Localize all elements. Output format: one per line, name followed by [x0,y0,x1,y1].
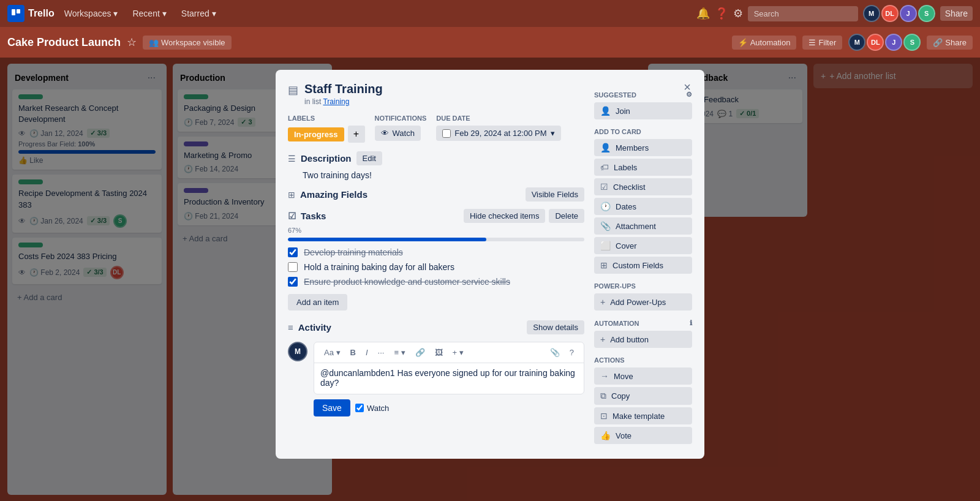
in-progress-badge[interactable]: In-progress [288,127,344,141]
settings-icon[interactable]: ⚙ [733,7,743,20]
bold-button[interactable]: B [347,346,360,359]
task-progress-bar [288,238,584,241]
board-star-icon[interactable]: ☆ [127,36,137,49]
amazing-fields-icon: ⊞ [288,190,295,200]
editor-actions: Save Watch [314,399,584,416]
members-button[interactable]: 👤 Members [594,139,692,156]
avatar-s[interactable]: S [918,5,935,22]
search-input[interactable] [748,6,858,21]
watch-checkbox[interactable] [355,404,364,412]
insert-button[interactable]: + ▾ [449,346,467,359]
add-button-icon: + [600,334,605,344]
top-nav: Trello Workspaces ▾ Recent ▾ Starred ▾ 🔔… [0,0,980,27]
modal-list-link[interactable]: Training [323,97,349,106]
avatar-dl[interactable]: DL [881,5,899,22]
starred-button[interactable]: Starred ▾ [176,6,221,21]
edit-description-button[interactable]: Edit [356,151,382,165]
task-progress-fill [288,238,486,241]
task-item-1: Develop training materials [288,247,584,257]
delete-tasks-button[interactable]: Delete [549,209,584,223]
tasks-header-left: ☑ Tasks [288,211,326,222]
due-date-button[interactable]: Feb 29, 2024 at 12:00 PM ▾ [436,126,560,141]
add-power-ups-icon: + [600,297,605,307]
join-button[interactable]: 👤 Join [594,102,692,119]
task-label-2: Hold a training baking day for all baker… [304,262,454,272]
due-date-field: Due date Feb 29, 2024 at 12:00 PM ▾ [436,115,560,141]
dates-icon: 🕐 [600,202,611,211]
checklist-button[interactable]: ☑ Checklist [594,178,692,195]
attachment-button-sidebar[interactable]: 📎 Attachment [594,217,692,235]
task-item-2: Hold a training baking day for all baker… [288,262,584,272]
workspace-visible-button[interactable]: 👥 Workspace visible [143,36,232,50]
cover-button[interactable]: ⬜ Cover [594,237,692,254]
activity-heading: Activity [298,322,331,333]
avatar-j[interactable]: J [900,5,917,22]
help-icon[interactable]: ❓ [715,7,728,20]
description-icon: ☰ [288,154,296,164]
automation-heading: Automation ℹ [594,319,692,327]
automation-button[interactable]: ⚡ Automation [732,36,797,50]
recent-button[interactable]: Recent ▾ [127,6,171,21]
watch-button[interactable]: 👁 Watch [375,126,421,141]
task-checkbox-3[interactable] [288,277,298,287]
board-title: Cake Product Launch [7,36,121,49]
list-button[interactable]: ≡ ▾ [390,346,409,359]
vote-icon: 👍 [600,431,611,440]
attachment-button[interactable]: 📎 [546,346,564,359]
add-label-button[interactable]: + [348,126,365,143]
italic-button[interactable]: I [362,346,372,359]
checklist-icon: ☑ [600,182,608,192]
tasks-header: ☑ Tasks Hide checked items Delete [288,209,584,223]
visible-fields-button[interactable]: Visible Fields [526,187,584,202]
editor-toolbar: Aa ▾ B I ··· ≡ ▾ 🔗 🖼 + ▾ 📎 [314,342,584,363]
workspaces-button[interactable]: Workspaces ▾ [59,6,123,21]
link-button[interactable]: 🔗 [412,346,429,359]
share-button-top[interactable]: Share [940,6,973,21]
actions-heading: Actions [594,356,692,364]
move-button[interactable]: → Move [594,367,692,385]
copy-button[interactable]: ⧉ Copy [594,387,692,405]
automation-info-icon: ℹ [690,319,692,327]
notifications-field: Notifications 👁 Watch [375,115,427,141]
join-icon: 👤 [600,106,611,116]
editor-content[interactable]: @duncanlambden1 Has everyone signed up f… [314,363,584,394]
modal-title-area: ▤ Staff Training in list Training [288,82,584,106]
copy-icon: ⧉ [600,391,606,401]
due-date-checkbox[interactable] [442,129,451,138]
save-comment-button[interactable]: Save [314,399,350,416]
make-template-button[interactable]: ⊡ Make template [594,407,692,424]
modal-sidebar: × Suggested ⚙ 👤 Join Add to card 👤 Membe… [594,82,692,446]
card-icon: ▤ [288,83,298,97]
custom-fields-button[interactable]: ⊞ Custom Fields [594,257,692,274]
task-item-3: Ensure product knowledge and customer se… [288,277,584,287]
add-item-button[interactable]: Add an item [288,294,347,311]
tasks-actions: Hide checked items Delete [464,209,584,223]
board-avatar-m: M [848,34,865,51]
dates-button[interactable]: 🕐 Dates [594,198,692,215]
show-details-button[interactable]: Show details [527,320,584,334]
comment-area: M Aa ▾ B I ··· ≡ ▾ 🔗 🖼 [288,342,584,416]
add-power-ups-button[interactable]: + Add Power-Ups [594,293,692,311]
task-checkbox-2[interactable] [288,262,298,272]
help-format-button[interactable]: ? [566,346,578,359]
watch-check: Watch [355,404,389,413]
more-format-button[interactable]: ··· [374,346,388,359]
vote-button[interactable]: 👍 Vote [594,427,692,444]
avatar-m[interactable]: M [863,5,880,22]
labels-button[interactable]: 🏷 Labels [594,159,692,176]
modal-title: Staff Training [304,82,383,96]
add-button-automation[interactable]: + Add button [594,331,692,348]
share-board-button[interactable]: 🔗 Share [927,36,973,50]
hide-checked-button[interactable]: Hide checked items [464,209,545,223]
image-button[interactable]: 🖼 [431,346,447,359]
notification-icon[interactable]: 🔔 [696,7,710,20]
board-header: Cake Product Launch ☆ 👥 Workspace visibl… [0,27,980,58]
task-checkbox-1[interactable] [288,247,298,257]
logo-icon [7,5,24,22]
modal-subtitle: in list Training [304,97,383,106]
modal-close-button[interactable]: × [677,77,697,97]
text-format-button[interactable]: Aa ▾ [320,346,344,359]
filter-button[interactable]: ☰ Filter [802,36,842,50]
progress-percent: 67% [288,227,584,234]
comment-avatar: M [288,342,307,361]
